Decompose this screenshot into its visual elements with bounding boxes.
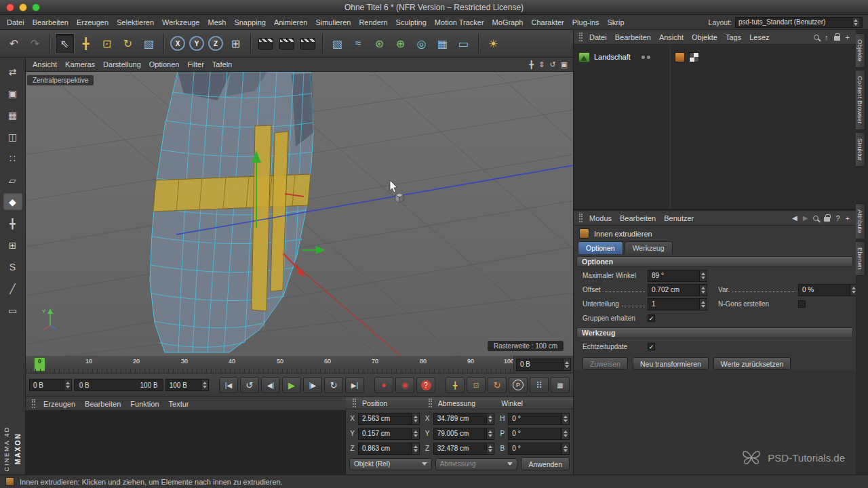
uv-mode-button[interactable]: ◫	[3, 127, 23, 146]
position-y-field[interactable]: 0.157 cm	[358, 428, 420, 440]
var-field[interactable]: 0 %	[798, 284, 856, 296]
current-frame-stepper[interactable]	[64, 380, 71, 390]
snapping-button[interactable]: S	[3, 258, 23, 276]
menu-werkzeuge[interactable]: Werkzeuge	[158, 15, 203, 29]
add-cube-button[interactable]: ▧	[328, 33, 347, 54]
last-tool-button[interactable]: ▧	[139, 33, 159, 54]
knife-tool-button[interactable]: ╱	[3, 279, 23, 298]
render-settings-button[interactable]	[298, 33, 317, 54]
camera-rotate-icon[interactable]: ↺	[549, 60, 555, 69]
selection-tag-icon[interactable]	[675, 52, 685, 62]
menu-simulieren[interactable]: Simulieren	[311, 15, 355, 29]
camera-zoom-icon[interactable]: ⇕	[538, 60, 545, 69]
menu-charakter[interactable]: Charakter	[527, 15, 568, 29]
mat-menu-textur[interactable]: Textur	[165, 397, 193, 410]
vp-menu-darstellung[interactable]: Darstellung	[99, 58, 145, 71]
stepper[interactable]	[412, 428, 419, 439]
vp-menu-ansicht[interactable]: Ansicht	[28, 58, 61, 71]
tab-struktur[interactable]: Struktur	[856, 132, 865, 167]
stepper[interactable]	[699, 270, 707, 281]
stepper[interactable]	[412, 413, 419, 424]
stepper[interactable]	[486, 428, 494, 439]
axis-lock-button[interactable]: ⊞	[3, 236, 23, 254]
om-menu-lesezeichen[interactable]: Lesez	[745, 30, 773, 44]
menu-erzeugen[interactable]: Erzeugen	[73, 15, 113, 29]
menu-bearbeiten[interactable]: Bearbeiten	[28, 15, 73, 29]
key-scale-button[interactable]: ⊡	[467, 377, 486, 393]
stepper[interactable]	[561, 428, 569, 439]
search-icon[interactable]	[813, 216, 818, 221]
lock-x-button[interactable]: X	[170, 36, 185, 51]
add-mograph-button[interactable]: ⊕	[391, 33, 410, 54]
menu-plugins[interactable]: Plug-ins	[568, 15, 604, 29]
offset-field[interactable]: 0.702 cm	[648, 284, 707, 296]
search-icon[interactable]	[814, 35, 819, 40]
view-toggle-icon[interactable]: ▣	[561, 60, 568, 69]
goto-end-button[interactable]: ▶|	[345, 377, 364, 393]
vp-menu-kameras[interactable]: Kameras	[61, 58, 99, 71]
record-keyframe-button[interactable]: ●	[374, 377, 393, 393]
render-picture-viewer-button[interactable]	[277, 33, 296, 54]
layout-select[interactable]: psd-tuts_Standart (Benutzer)	[735, 17, 863, 28]
position-x-field[interactable]: 2.563 cm	[358, 413, 420, 425]
lock-z-button[interactable]: Z	[208, 36, 223, 51]
tab-objekte[interactable]: Objekte	[856, 33, 865, 68]
stepper[interactable]	[486, 413, 494, 424]
object-name[interactable]: Landschaft	[594, 53, 636, 61]
stepper[interactable]	[561, 443, 569, 454]
play-backwards-button[interactable]: ↺	[240, 377, 259, 393]
unterteilung-field[interactable]: 1	[648, 298, 707, 310]
close-window-button[interactable]	[6, 3, 14, 12]
material-manager-list[interactable]	[26, 411, 346, 474]
coordinate-mode-dropdown[interactable]: Objekt (Rel)	[349, 458, 432, 470]
polygons-mode-button[interactable]: ◆	[3, 192, 23, 211]
end-frame-field[interactable]: 100 B	[165, 379, 209, 391]
key-rotation-button[interactable]: ↻	[488, 377, 507, 393]
stepper[interactable]	[561, 413, 569, 424]
end-frame-stepper[interactable]	[201, 380, 208, 390]
editor-visibility-dot[interactable]	[642, 56, 645, 59]
ruler-frame-stepper[interactable]	[563, 359, 570, 370]
object-row-landschaft[interactable]: Landschaft	[574, 50, 856, 64]
viewport-canvas[interactable]: Y	[26, 72, 573, 356]
edges-mode-button[interactable]: ▱	[3, 171, 23, 189]
goto-start-button[interactable]: |◀	[219, 377, 238, 393]
size-x-field[interactable]: 34.789 cm	[433, 413, 495, 425]
gruppen-checkbox[interactable]: ✓	[648, 314, 655, 322]
play-button[interactable]: ▶	[282, 377, 301, 393]
history-forward-icon[interactable]: ▶	[803, 214, 808, 222]
om-menu-tags[interactable]: Tags	[722, 30, 745, 44]
uvw-tag-icon[interactable]	[689, 52, 699, 62]
add-spline-button[interactable]: ≈	[349, 33, 368, 54]
apply-button[interactable]: Anwenden	[521, 458, 570, 470]
size-z-field[interactable]: 32.478 cm	[433, 443, 495, 455]
visibility-toggles[interactable]	[642, 56, 650, 59]
path-up-icon[interactable]: ↑	[825, 33, 829, 41]
attr-menu-bearbeiten[interactable]: Bearbeiten	[616, 211, 660, 225]
panel-grip[interactable]	[353, 399, 356, 407]
keyframe-selection-button[interactable]: ▦	[551, 377, 570, 393]
add-generator-button[interactable]: ⊛	[370, 33, 389, 54]
zuweisen-button[interactable]: Zuweisen	[583, 357, 628, 370]
menu-rendern[interactable]: Rendern	[355, 15, 391, 29]
add-camera-button[interactable]: ▭	[454, 33, 473, 54]
stepper[interactable]	[486, 443, 494, 454]
tab-ebenen[interactable]: Ebenen	[856, 241, 865, 276]
mat-menu-bearbeiten[interactable]: Bearbeiten	[81, 397, 125, 410]
frame-range-slider[interactable]: 0 B 100 B	[74, 379, 163, 391]
vp-menu-filter[interactable]: Filter	[183, 58, 208, 71]
render-view-button[interactable]	[256, 33, 275, 54]
angle-p-field[interactable]: 0 °	[508, 428, 570, 440]
render-visibility-dot[interactable]	[647, 56, 650, 59]
undo-button[interactable]: ↶	[4, 33, 24, 54]
tab-optionen[interactable]: Optionen	[578, 241, 623, 254]
add-icon[interactable]: +	[846, 33, 850, 41]
werte-zuruecksetzen-button[interactable]: Werte zurücksetzen	[713, 357, 791, 370]
camera-perspective-label[interactable]: Zentralperspektive	[27, 75, 94, 85]
lock-icon[interactable]	[824, 217, 830, 222]
om-menu-ansicht[interactable]: Ansicht	[655, 30, 688, 44]
scale-tool-button[interactable]: ⊡	[97, 33, 117, 54]
attr-menu-benutzer[interactable]: Benutzer	[660, 211, 698, 225]
stepper[interactable]	[412, 443, 419, 454]
menu-snapping[interactable]: Snapping	[230, 15, 270, 29]
